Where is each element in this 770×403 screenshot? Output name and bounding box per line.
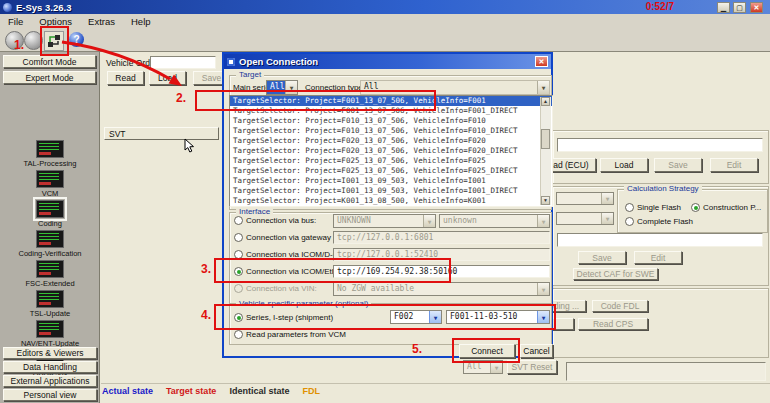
target-selector-row[interactable]: TargetSelector: Project=I001_13_09_503, … [230, 176, 552, 186]
series-istep-label: Series, I-step (shipment) [246, 313, 333, 322]
open-connection-toolbar-button[interactable] [44, 31, 64, 51]
read-vcm-radio[interactable] [234, 330, 243, 339]
edit-button[interactable]: Edit [710, 158, 758, 172]
all-dropdown[interactable]: All▼ [463, 360, 503, 374]
list-scrollbar[interactable]: ▲ ▼ [540, 97, 551, 205]
target-combo-1[interactable]: ▼ [556, 192, 614, 205]
calculation-strategy-group: Calculation Strategy Single Flash Constr… [617, 189, 768, 233]
icom-dcan-radio[interactable] [234, 250, 243, 259]
gateway-radio[interactable] [234, 233, 243, 242]
vin-dropdown[interactable]: No ZGW available▼ [333, 282, 550, 296]
connection-type-dropdown[interactable]: All▼ [360, 80, 550, 95]
load-button[interactable]: Load [600, 158, 648, 172]
edit-button-2[interactable]: Edit [634, 251, 682, 264]
connection-plug-icon [47, 34, 61, 48]
target-selector-row[interactable]: TargetSelector: Project=F010_13_07_506, … [230, 126, 552, 136]
target-selector-row[interactable]: TargetSelector: Project=F020_13_07_506, … [230, 136, 552, 146]
svt-target-field[interactable] [557, 233, 763, 247]
cancel-button[interactable]: Cancel [520, 344, 553, 358]
sidebar: Comfort ModeExpert Mode TAL-Processing V… [0, 52, 100, 403]
vehicle-params-group-title: Vehicle-specific parameter (optional) [236, 299, 371, 308]
sidebar-item[interactable]: FSC-Extended [0, 260, 100, 290]
icom-dcan-field[interactable]: tcp://127.0.0.1:52410 [333, 248, 550, 261]
svt-reset-button[interactable]: SVT Reset [507, 360, 557, 374]
target-selector-row[interactable]: TargetSelector: Project=F020_13_07_506, … [230, 146, 552, 156]
target-selector-row[interactable]: TargetSelector: Project=F001_13_07_506, … [230, 106, 552, 116]
ecu-module-icon [36, 140, 64, 158]
target-selector-row[interactable]: TargetSelector: Project=F025_13_07_506, … [230, 156, 552, 166]
toolbar-round-button-2[interactable] [24, 31, 43, 50]
sidebar-bottom-button[interactable]: Data Handling [3, 361, 97, 373]
construction-p-label: Construction P... [703, 203, 761, 212]
menu-extras[interactable]: Extras [80, 16, 123, 27]
target-selector-row[interactable]: TargetSelector: Project=F001_13_07_506, … [230, 96, 552, 106]
target-selector-row[interactable]: TargetSelector: Project=F010_13_07_506, … [230, 116, 552, 126]
target-selector-row[interactable]: TargetSelector: Project=F025_13_07_506, … [230, 166, 552, 176]
legend-item: Identical state [229, 386, 289, 396]
status-divider [101, 383, 770, 384]
help-icon[interactable]: ? [69, 32, 84, 47]
vehicle-order-load-button[interactable]: Load [149, 71, 186, 85]
window-title: E-Sys 3.26.3 [16, 2, 71, 13]
sidebar-item-label: Coding [0, 219, 100, 228]
construction-p-radio[interactable] [691, 203, 700, 212]
sidebar-mode-button[interactable]: Comfort Mode [3, 55, 96, 68]
menu-help[interactable]: Help [123, 16, 159, 27]
detect-caf-button[interactable]: Detect CAF for SWE [573, 268, 658, 280]
menu-options[interactable]: Options [31, 16, 80, 27]
save-button[interactable]: Save [654, 158, 702, 172]
sidebar-item[interactable]: Coding [0, 200, 100, 230]
sidebar-item[interactable]: Coding-Verification [0, 230, 100, 260]
code-fdl-button[interactable]: Code FDL [592, 300, 648, 312]
scroll-up-icon[interactable]: ▲ [541, 97, 550, 106]
close-button[interactable]: ✕ [750, 2, 763, 13]
bus-speed-dropdown[interactable]: unknown▼ [439, 214, 550, 228]
read-cps-button[interactable]: Read CPS [578, 318, 648, 330]
annotation-step-4: 4. [201, 308, 211, 322]
sidebar-item[interactable]: TAL-Processing [0, 140, 100, 170]
scroll-down-icon[interactable]: ▼ [541, 196, 550, 205]
sidebar-mode-button[interactable]: Expert Mode [3, 71, 96, 84]
target-selector-row[interactable]: TargetSelector: Project=K001_13_08_500, … [230, 196, 552, 206]
annotation-step-3: 3. [201, 262, 211, 276]
complete-flash-radio[interactable] [625, 217, 634, 226]
sidebar-item[interactable]: VCM [0, 170, 100, 200]
single-flash-radio[interactable] [625, 203, 634, 212]
icom-ethernet-radio[interactable] [234, 267, 243, 276]
series-dropdown[interactable]: F002▼ [390, 310, 442, 324]
save-button-2[interactable]: Save [578, 251, 626, 264]
menu-bar: File Options Extras Help [0, 14, 770, 29]
istep-dropdown[interactable]: F001-11-03-510▼ [446, 310, 550, 324]
vehicle-order-field[interactable] [150, 56, 216, 69]
vehicle-order-read-button[interactable]: Read [107, 71, 144, 85]
icom-ethernet-field[interactable]: tcp://169.254.92.38:50160 [333, 265, 550, 278]
target-combo-2[interactable]: ▼ [556, 212, 614, 225]
sidebar-bottom-button[interactable]: Editors & Viewers [3, 347, 97, 359]
maximize-button[interactable]: ▢ [733, 2, 746, 13]
open-connection-dialog: Open Connection ✕ Target Main series: Al… [222, 52, 553, 358]
sidebar-bottom-button[interactable]: Personal view [3, 389, 97, 401]
calculation-strategy-title: Calculation Strategy [624, 184, 702, 193]
esys-application-window: E-Sys 3.26.3 0:52/7 ▁ ▢ ✕ File Options E… [0, 0, 770, 403]
sidebar-item-label: FSC-Extended [0, 279, 100, 288]
gateway-url-field[interactable]: tcp://127.0.0.1:6801 [333, 231, 550, 244]
menu-file[interactable]: File [0, 16, 31, 27]
main-series-dropdown[interactable]: All▼ [266, 80, 298, 95]
bus-device-dropdown[interactable]: UNKNOWN▼ [333, 214, 436, 228]
sidebar-bottom-button[interactable]: External Applications [3, 375, 97, 387]
scrollbar-thumb[interactable] [541, 129, 550, 149]
vin-radio[interactable] [234, 284, 243, 293]
minimize-button[interactable]: ▁ [717, 2, 730, 13]
annotation-step-2: 2. [176, 91, 186, 105]
bus-radio[interactable] [234, 216, 243, 225]
series-istep-radio[interactable] [234, 313, 243, 322]
svt-section-header: SVT [104, 127, 219, 140]
target-selector-row[interactable]: TargetSelector: Project=I001_13_09_503, … [230, 186, 552, 196]
toolbar-round-button-1[interactable] [5, 31, 24, 50]
ecu-module-icon [36, 230, 64, 248]
svt-actual-field[interactable] [557, 138, 763, 152]
connect-button[interactable]: Connect [459, 344, 515, 358]
sidebar-item[interactable]: TSL-Update [0, 290, 100, 320]
dialog-title: Open Connection [239, 56, 318, 67]
dialog-close-icon[interactable]: ✕ [535, 56, 548, 67]
